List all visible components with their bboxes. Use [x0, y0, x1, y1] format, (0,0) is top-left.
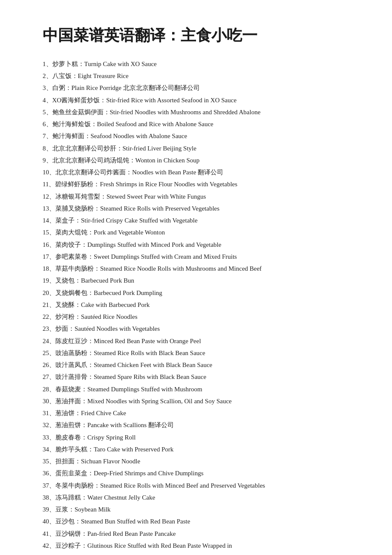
list-item: 38、冻马蹄糕：Water Chestnut Jelly Cake: [43, 492, 358, 503]
item-number: 16、: [43, 241, 55, 248]
item-english: Sautéed Rice Noodles: [81, 313, 137, 320]
list-item: 25、豉油蒸肠粉：Steamed Rice Rolls with Black B…: [43, 347, 358, 358]
list-item: 13、菜脯叉烧肠粉：Steamed Rice Rolls with Preser…: [43, 203, 358, 214]
item-chinese: 草菇牛肉肠粉：: [55, 265, 100, 272]
menu-list: 1、炒萝卜糕：Turnip Cake with XO Sauce2、八宝饭：Ei…: [43, 58, 358, 551]
list-item: 21、叉烧酥：Cake with Barbecued Pork: [43, 299, 358, 310]
item-number: 8、: [43, 145, 52, 152]
item-english: Sautéed Noodles with Vegetables: [75, 325, 160, 332]
item-chinese: 葱油拌面：: [55, 398, 87, 405]
item-chinese: 北京北京翻译公司炸酱面：: [55, 169, 132, 176]
item-english: Steamed Rice Noodle Rolls with Mushrooms…: [100, 265, 262, 272]
item-number: 5、: [43, 109, 52, 116]
item-chinese: 葱油煎饼：: [55, 422, 87, 428]
list-item: 12、冰糖银耳炖雪梨：Stewed Sweet Pear with White …: [43, 191, 358, 202]
item-chinese: 菜肉饺子：: [55, 241, 87, 248]
item-number: 36、: [43, 470, 55, 477]
item-number: 14、: [43, 217, 55, 224]
item-english: Sweet Dumplings Stuffed with Cream and M…: [94, 253, 237, 260]
item-english: Pan-fried Red Bean Paste Pancake: [87, 530, 176, 537]
item-english: Wonton in Chicken Soup: [135, 157, 200, 164]
item-english: Soybean Milk: [75, 506, 111, 513]
item-number: 26、: [43, 361, 55, 368]
list-item: 1、炒萝卜糕：Turnip Cake with XO Sauce: [43, 58, 358, 69]
item-english: Steamed Chicken Feet with Black Bean Sau…: [94, 361, 212, 368]
item-chinese: 豉油蒸肠粉：: [55, 350, 94, 356]
item-chinese: 鲍汁海鲜面：: [52, 133, 91, 139]
list-item: 24、陈皮红豆沙：Minced Red Bean Paste with Oran…: [43, 335, 358, 347]
item-chinese: 菜肉大馄饨：: [55, 229, 94, 236]
item-number: 37、: [43, 482, 55, 489]
item-number: 25、: [43, 350, 55, 356]
item-english: Steamed Dumplings Stuffed with Mushroom: [87, 386, 202, 393]
item-english: Sichuan Flavor Noodle: [81, 458, 140, 465]
item-english: Steamed Rice Rolls with Minced Beef and …: [100, 482, 265, 489]
item-number: 9、: [43, 157, 52, 164]
list-item: 36、蛋煎韭菜盒：Deep-Fried Shrimps and Chive Du…: [43, 468, 358, 479]
item-number: 18、: [43, 265, 55, 272]
list-item: 22、炒河粉：Sautéed Rice Noodles: [43, 311, 358, 322]
item-number: 7、: [43, 133, 52, 139]
item-chinese: 豆沙锅饼：: [55, 530, 87, 537]
item-chinese: 豆沙包：: [55, 518, 81, 525]
list-item: 35、担担面：Sichuan Flavor Noodle: [43, 456, 358, 467]
item-number: 41、: [43, 530, 55, 537]
item-number: 34、: [43, 446, 55, 453]
item-number: 3、: [43, 84, 52, 91]
list-item: 10、北京北京翻译公司炸酱面：Noodles with Bean Paste 翻…: [43, 167, 358, 178]
item-english: Fried Chive Cake: [81, 410, 126, 416]
item-chinese: 葱油饼：: [55, 410, 81, 416]
list-item: 4、XO酱海鲜蛋炒饭：Stir-fried Rice with Assorted…: [43, 95, 358, 106]
item-english: Glutinous Rice Stuffed with Red Bean Pas…: [87, 542, 232, 549]
item-chinese: 北京北京翻译公司鸡汤馄饨：: [52, 157, 135, 164]
item-chinese: 春菇烧麦：: [55, 386, 87, 393]
item-chinese: XO酱海鲜蛋炒饭：: [52, 97, 107, 104]
item-chinese: 炒萝卜糕：: [52, 61, 84, 67]
item-english: Stewed Sweet Pear with White Fungus: [107, 193, 206, 200]
item-number: 19、: [43, 277, 55, 284]
item-english: Pancake with Scallions 翻译公司: [87, 422, 174, 428]
item-chinese: 碧绿鲜虾肠粉：: [55, 181, 100, 188]
list-item: 9、北京北京翻译公司鸡汤馄饨：Wonton in Chicken Soup: [43, 155, 358, 166]
item-chinese: 豆浆：: [55, 506, 75, 513]
list-item: 7、鲍汁海鲜面：Seafood Noodles with Abalone Sau…: [43, 130, 358, 142]
list-item: 19、叉烧包：Barbecued Pork Bun: [43, 275, 358, 286]
item-chinese: 豉汁蒸凤爪：: [55, 361, 94, 368]
item-chinese: 鲍鱼丝金菇焗伊面：: [52, 109, 110, 116]
item-number: 21、: [43, 301, 55, 308]
item-chinese: 八宝饭：: [52, 72, 78, 79]
list-item: 11、碧绿鲜虾肠粉：Fresh Shrimps in Rice Flour No…: [43, 179, 358, 190]
item-number: 24、: [43, 338, 55, 344]
item-english: Pork and Vegetable Wonton: [94, 229, 165, 236]
item-number: 42、: [43, 542, 55, 549]
list-item: 2、八宝饭：Eight Treasure Rice: [43, 70, 358, 81]
item-english: Barbecued Pork Dumpling: [94, 289, 162, 296]
item-number: 4、: [43, 97, 52, 104]
item-english: Crispy Spring Roll: [87, 434, 135, 441]
item-number: 27、: [43, 373, 55, 380]
item-number: 22、: [43, 313, 55, 320]
item-english: Plain Rice Porridge 北京北京翻译公司翻译公司: [72, 84, 200, 91]
item-number: 15、: [43, 229, 55, 236]
item-chinese: 蛋煎韭菜盒：: [55, 470, 94, 477]
item-number: 1、: [43, 61, 52, 67]
list-item: 6、鲍汁海鲜烩饭：Boiled Seafood and Rice with Ab…: [43, 119, 358, 130]
item-english: Turnip Cake with XO Sauce: [84, 61, 157, 67]
list-item: 17、参吧素菜卷：Sweet Dumplings Stuffed with Cr…: [43, 251, 358, 262]
item-english: Steamed Spare Ribs with Black Bean Sauce: [94, 373, 206, 380]
item-number: 6、: [43, 121, 52, 127]
item-chinese: 北京北京翻译公司炒肝：: [52, 145, 123, 152]
item-english: Deep-Fried Shrimps and Chive Dumplings: [94, 470, 203, 477]
item-english: Fresh Shrimps in Rice Flour Noodles with…: [100, 181, 237, 188]
item-english: Steamed Rice Rolls with Black Bean Sauce: [94, 350, 205, 356]
item-chinese: 叉烧包：: [55, 277, 81, 284]
item-number: 40、: [43, 518, 55, 525]
item-chinese: 参吧素菜卷：: [55, 253, 94, 260]
item-chinese: 炒面：: [55, 325, 75, 332]
list-item: 41、豆沙锅饼：Pan-fried Red Bean Paste Pancake: [43, 528, 358, 539]
item-chinese: 脆炸芋头糕：: [55, 446, 94, 453]
item-english: Seafood Noodles with Abalone Sauce: [91, 133, 187, 139]
list-item: 8、北京北京翻译公司炒肝：Stir-fried Liver Beijing St…: [43, 143, 358, 154]
list-item: 27、豉汁蒸排骨：Steamed Spare Ribs with Black B…: [43, 371, 358, 382]
item-number: 17、: [43, 253, 55, 260]
